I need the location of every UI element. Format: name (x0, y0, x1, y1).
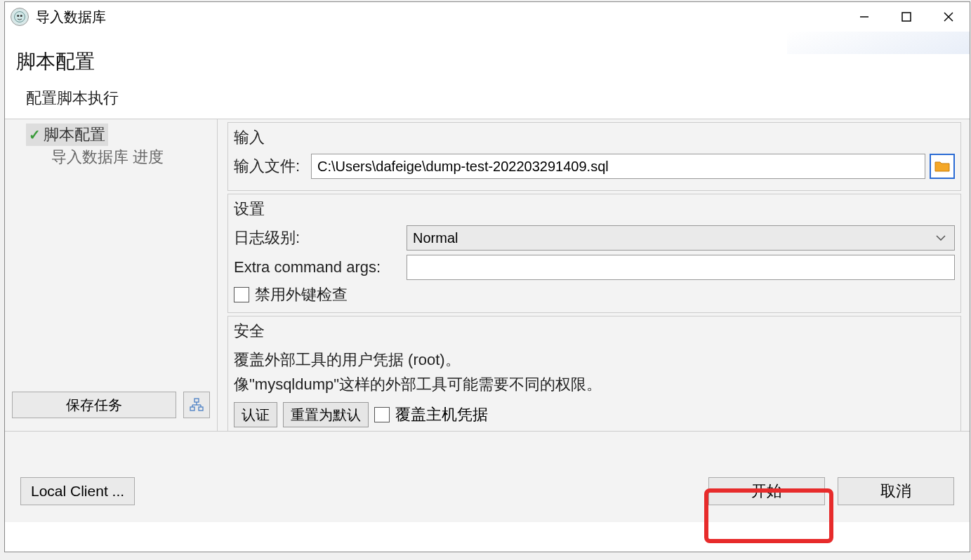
start-button[interactable]: 开始 (708, 477, 825, 505)
disable-fk-checkbox[interactable] (234, 287, 249, 302)
schema-icon-button[interactable] (183, 392, 210, 418)
security-line2: 像"mysqldump"这样的外部工具可能需要不同的权限。 (234, 372, 955, 396)
titlebar: 导入数据库 (5, 2, 970, 32)
auth-button[interactable]: 认证 (234, 402, 277, 427)
security-line1: 覆盖外部工具的用户凭据 (root)。 (234, 347, 955, 372)
log-level-select[interactable]: Normal (407, 225, 955, 251)
minimize-button[interactable] (843, 2, 885, 32)
window-title: 导入数据库 (36, 8, 106, 27)
reset-default-button[interactable]: 重置为默认 (283, 402, 369, 427)
override-host-label: 覆盖主机凭据 (395, 404, 488, 425)
nav-item-label: 脚本配置 (44, 124, 105, 145)
close-icon (943, 11, 954, 22)
close-button[interactable] (927, 2, 970, 32)
content-pane: 输入 输入文件: 设置 日志级别: Normal (218, 119, 970, 431)
check-icon: ✓ (29, 126, 41, 143)
maximize-icon (901, 11, 912, 22)
settings-group: 设置 日志级别: Normal Extra command args: 禁用外键… (227, 194, 961, 313)
svg-rect-9 (199, 407, 203, 411)
nav-item-import-progress[interactable]: 导入数据库 进度 (26, 146, 217, 168)
input-file-field[interactable] (311, 154, 925, 179)
folder-icon (934, 160, 950, 173)
svg-point-2 (20, 15, 22, 17)
browse-button[interactable] (930, 154, 955, 179)
input-group-title: 输入 (234, 127, 955, 148)
settings-group-title: 设置 (234, 199, 955, 220)
header-section: 脚本配置 配置脚本执行 (5, 32, 970, 119)
input-group: 输入 输入文件: (227, 122, 961, 191)
input-file-label: 输入文件: (234, 156, 311, 177)
nav-items: ✓ 脚本配置 导入数据库 进度 (5, 119, 217, 392)
body-area: ✓ 脚本配置 导入数据库 进度 保存任务 (5, 119, 970, 431)
app-icon (11, 8, 29, 26)
svg-point-1 (17, 15, 19, 17)
override-host-checkbox[interactable] (374, 407, 390, 422)
disable-fk-label: 禁用外键检查 (255, 284, 348, 305)
security-group-title: 安全 (234, 321, 955, 342)
footer: Local Client ... 开始 取消 (5, 431, 970, 522)
svg-point-0 (15, 12, 25, 22)
svg-rect-7 (194, 399, 199, 402)
page-subtitle: 配置脚本执行 (16, 88, 958, 109)
nav-item-script-config[interactable]: ✓ 脚本配置 (26, 124, 108, 146)
log-level-label: 日志级别: (234, 227, 407, 248)
extra-args-field[interactable] (407, 255, 955, 280)
extra-args-label: Extra command args: (234, 258, 407, 276)
schema-icon (190, 398, 204, 412)
cancel-button[interactable]: 取消 (838, 477, 954, 505)
save-task-button[interactable]: 保存任务 (12, 392, 176, 418)
nav-item-label: 导入数据库 进度 (51, 147, 164, 168)
nav-bottom: 保存任务 (5, 392, 217, 431)
left-nav: ✓ 脚本配置 导入数据库 进度 保存任务 (5, 119, 218, 431)
minimize-icon (859, 11, 870, 22)
maximize-button[interactable] (885, 2, 927, 32)
window-controls (843, 2, 970, 32)
security-group: 安全 覆盖外部工具的用户凭据 (root)。 像"mysqldump"这样的外部… (227, 316, 961, 431)
header-gradient (787, 32, 970, 54)
import-database-dialog: 导入数据库 脚本配置 配置脚本执行 ✓ 脚本配置 (4, 1, 970, 552)
local-client-button[interactable]: Local Client ... (20, 477, 135, 505)
svg-rect-4 (902, 13, 911, 21)
svg-rect-8 (190, 407, 194, 411)
